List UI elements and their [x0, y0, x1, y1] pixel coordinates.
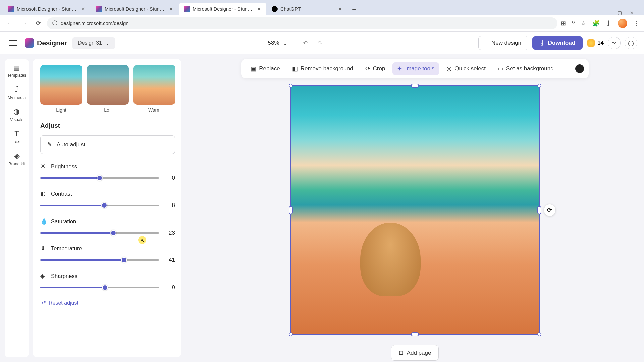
rail-visuals[interactable]: ◑ Visuals: [10, 107, 23, 122]
coin-badge[interactable]: 14: [587, 39, 604, 47]
resize-handle[interactable]: [289, 332, 293, 336]
site-info-icon[interactable]: ⓘ: [52, 20, 57, 26]
close-tab-icon[interactable]: ✕: [168, 6, 174, 12]
slider-sharpness[interactable]: [40, 287, 159, 288]
rotate-handle[interactable]: ⟳: [544, 204, 555, 216]
filter-label: Warm: [148, 107, 161, 113]
rail-brand-kit[interactable]: ◈ Brand kit: [8, 152, 25, 166]
rail-label: Templates: [7, 73, 26, 78]
rail-label: My media: [8, 95, 26, 100]
resize-handle[interactable]: [537, 84, 541, 88]
crop-button[interactable]: ⟳ Crop: [361, 62, 390, 75]
resize-handle[interactable]: [411, 332, 419, 336]
browser-tab[interactable]: ChatGPT ✕: [267, 3, 347, 15]
slider-thumb[interactable]: [121, 257, 127, 263]
share-button[interactable]: ⫘: [608, 37, 621, 49]
browser-tab[interactable]: Microsoft Designer - Stunning ... ✕: [91, 3, 178, 15]
rail-label: Visuals: [10, 117, 23, 122]
slider-temperature[interactable]: [40, 259, 159, 261]
url-input[interactable]: ⓘ designer.microsoft.com/design: [47, 17, 557, 29]
back-icon[interactable]: ←: [5, 18, 15, 29]
tab-title: Microsoft Designer - Stunning ...: [105, 6, 166, 12]
filter-lofi-thumb[interactable]: [87, 65, 129, 105]
quick-select-label: Quick select: [454, 65, 486, 72]
slider-brightness[interactable]: [40, 177, 159, 179]
resize-handle[interactable]: [289, 206, 293, 214]
profile-avatar[interactable]: [618, 19, 627, 28]
quick-select-button[interactable]: ◎ Quick select: [442, 62, 490, 75]
slider-thumb[interactable]: [101, 202, 107, 208]
rail-my-media[interactable]: ⤴ My media: [8, 85, 26, 100]
close-tab-icon[interactable]: ✕: [256, 6, 262, 12]
slider-icon: 🌡: [40, 245, 47, 252]
canvas-image: [291, 86, 539, 334]
remove-bg-button[interactable]: ◧ Remove background: [287, 62, 358, 75]
add-page-button[interactable]: ⊞ Add page: [391, 345, 439, 361]
slider-thumb[interactable]: [110, 230, 116, 236]
slider-icon: 💧: [40, 218, 47, 225]
auto-adjust-button[interactable]: ✎ Auto adjust: [40, 135, 175, 154]
filter-label: Lofi: [104, 107, 112, 113]
undo-icon[interactable]: ↶: [300, 37, 311, 49]
chevron-down-icon[interactable]: ⌄: [283, 40, 287, 47]
set-background-button[interactable]: ▭ Set as background: [493, 62, 558, 75]
bookmark-icon[interactable]: ☆: [581, 20, 586, 27]
hamburger-icon[interactable]: [7, 37, 19, 49]
slider-label: Brightness: [51, 163, 77, 170]
browser-tab-active[interactable]: Microsoft Designer - Stunning ... ✕: [179, 3, 266, 15]
rail-templates[interactable]: ▦ Templates: [7, 63, 26, 78]
reload-icon[interactable]: ⟳: [33, 18, 44, 29]
translate-icon[interactable]: ᴳ: [572, 20, 575, 27]
tab-strip: Microsoft Designer - Stunning ... ✕ Micr…: [0, 0, 644, 15]
menu-icon[interactable]: ⋮: [633, 20, 639, 27]
rail-text[interactable]: T Text: [13, 129, 21, 144]
resize-handle[interactable]: [411, 84, 419, 88]
coin-count: 14: [597, 40, 604, 46]
account-button[interactable]: ◯: [625, 37, 637, 49]
filter-light-thumb[interactable]: [40, 65, 82, 105]
downloads-icon[interactable]: ⭳: [606, 20, 612, 27]
slider-contrast[interactable]: [40, 205, 159, 206]
plus-icon: +: [485, 40, 489, 46]
slider-saturation[interactable]: [40, 232, 159, 234]
more-tools-icon[interactable]: ⋯: [561, 63, 573, 74]
browser-tab[interactable]: Microsoft Designer - Stunning ... ✕: [3, 3, 91, 15]
slider-label: Contrast: [51, 191, 72, 197]
visuals-icon: ◑: [13, 107, 20, 116]
resize-handle[interactable]: [289, 84, 293, 88]
chatgpt-favicon: [272, 6, 278, 12]
close-window-icon[interactable]: ✕: [630, 10, 634, 15]
crop-label: Crop: [373, 65, 385, 72]
zoom-level[interactable]: 58%: [268, 40, 279, 46]
filter-warm-thumb[interactable]: [133, 65, 175, 105]
slider-value: 8: [165, 202, 175, 209]
replace-button[interactable]: ▣ Replace: [246, 62, 284, 75]
opacity-icon[interactable]: [575, 64, 584, 73]
slider-thumb[interactable]: [102, 285, 108, 291]
redo-icon[interactable]: ↷: [314, 37, 326, 49]
resize-handle[interactable]: [537, 206, 541, 214]
selected-image[interactable]: ⟳: [290, 85, 540, 335]
close-tab-icon[interactable]: ✕: [80, 6, 86, 12]
reset-label: Reset adjust: [49, 300, 78, 306]
resize-handle[interactable]: [537, 332, 541, 336]
image-tools-button[interactable]: ✦ Image tools: [392, 62, 439, 75]
logo-text: Designer: [37, 39, 67, 47]
replace-label: Replace: [259, 65, 280, 72]
maximize-icon[interactable]: ▢: [618, 10, 622, 15]
design-name-dropdown[interactable]: Design 31 ⌄: [72, 37, 115, 49]
install-app-icon[interactable]: ⊞: [561, 20, 566, 27]
slider-thumb[interactable]: [97, 175, 103, 181]
reset-adjust-button[interactable]: ↺ Reset adjust: [40, 300, 175, 306]
download-button[interactable]: ⭳ Download: [532, 36, 583, 50]
close-tab-icon[interactable]: ✕: [337, 6, 343, 12]
rail-label: Text: [13, 139, 21, 144]
extensions-icon[interactable]: 🧩: [592, 20, 600, 27]
new-design-button[interactable]: + New design: [478, 36, 528, 50]
new-design-label: New design: [491, 40, 521, 46]
forward-icon[interactable]: →: [19, 18, 30, 29]
app-logo[interactable]: Designer: [25, 38, 67, 48]
new-tab-button[interactable]: +: [348, 4, 360, 15]
auto-adjust-label: Auto adjust: [57, 141, 85, 148]
minimize-icon[interactable]: —: [605, 10, 609, 15]
